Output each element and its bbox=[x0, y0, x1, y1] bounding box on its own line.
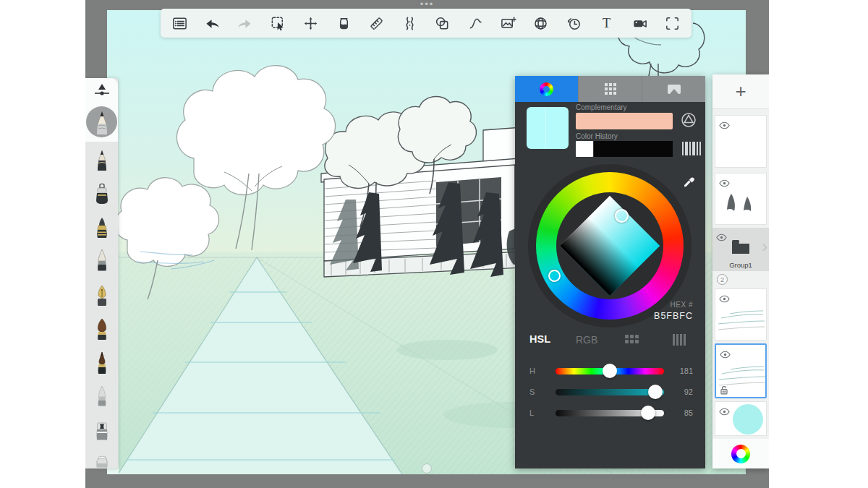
app-window: ••• bbox=[85, 0, 769, 488]
eyedropper-icon[interactable] bbox=[680, 176, 696, 192]
brush-tool-pointed-brush[interactable] bbox=[85, 347, 118, 379]
color-mode-row: HSL RGB bbox=[515, 330, 705, 352]
layer-lock-icon[interactable] bbox=[720, 385, 728, 394]
group-name-label: Group1 bbox=[712, 261, 769, 269]
import-image-icon[interactable] bbox=[500, 14, 517, 32]
group-expand-chevron[interactable]: › bbox=[762, 239, 767, 254]
mode-tab-rgb[interactable]: RGB bbox=[576, 334, 597, 346]
brush-tool-chisel-marker[interactable] bbox=[85, 414, 118, 446]
shapes-icon[interactable] bbox=[434, 14, 451, 32]
complementary-swatch[interactable] bbox=[576, 113, 673, 129]
tab-swatches[interactable] bbox=[579, 76, 642, 102]
ruler-icon[interactable] bbox=[368, 14, 386, 32]
copic-barcode-icon[interactable] bbox=[682, 142, 701, 155]
mode-slider-bars-icon[interactable] bbox=[673, 334, 686, 346]
canvas-rotate-puck[interactable] bbox=[422, 463, 432, 474]
fill-jar-icon[interactable] bbox=[335, 14, 352, 32]
mode-swatch-grid-icon[interactable] bbox=[625, 335, 639, 343]
slider-track-h[interactable] bbox=[556, 368, 664, 374]
brush-tool-round-brush-brown[interactable] bbox=[85, 313, 118, 345]
slider-handle-s[interactable] bbox=[648, 385, 663, 399]
marquee-select-icon[interactable] bbox=[269, 14, 286, 32]
color-wheel-icon bbox=[540, 82, 553, 96]
layers-panel: + 2›Group1 bbox=[712, 74, 769, 468]
slider-handle-l[interactable] bbox=[641, 406, 655, 420]
layer-group[interactable]: ›Group1 bbox=[712, 228, 769, 271]
layer-visibility-eye-icon[interactable] bbox=[719, 119, 730, 127]
layer-fill-color bbox=[733, 404, 763, 435]
brush-tool-soft-smudge-tip[interactable] bbox=[85, 380, 118, 412]
hex-value[interactable]: B5FBFC bbox=[654, 311, 693, 321]
history-swatch-white[interactable] bbox=[576, 141, 593, 157]
image-palette-icon bbox=[668, 85, 681, 94]
group-count-badge: 2 bbox=[717, 274, 728, 285]
brush-tool-airbrush-cone[interactable] bbox=[85, 244, 118, 276]
slider-track-s[interactable] bbox=[556, 389, 664, 395]
multitask-indicator-dots: ••• bbox=[85, 1, 769, 8]
slider-value-h: 181 bbox=[680, 367, 693, 375]
layer-visibility-eye-icon[interactable] bbox=[716, 231, 727, 239]
layer-color-fill[interactable] bbox=[715, 401, 767, 436]
folder-icon bbox=[731, 238, 751, 255]
slider-row-s: S92 bbox=[515, 385, 705, 401]
camera-icon[interactable] bbox=[631, 14, 648, 32]
timelapse-icon[interactable] bbox=[565, 14, 582, 32]
color-wheel[interactable] bbox=[528, 164, 692, 328]
color-panel-tabs bbox=[515, 76, 705, 102]
slider-row-l: L85 bbox=[515, 406, 705, 421]
undo-icon[interactable] bbox=[203, 14, 221, 32]
layer-sketch-active[interactable] bbox=[715, 343, 767, 398]
brush-tool-eraser-block[interactable] bbox=[85, 447, 118, 479]
slider-value-l: 85 bbox=[684, 408, 693, 417]
slider-row-h: H181 bbox=[515, 364, 705, 380]
transform-icon[interactable] bbox=[302, 14, 320, 32]
mode-tab-hsl[interactable]: HSL bbox=[529, 333, 550, 345]
sv-cursor[interactable] bbox=[615, 209, 629, 223]
hex-label: HEX # bbox=[671, 301, 693, 309]
redo-icon[interactable] bbox=[237, 14, 254, 32]
slider-handle-h[interactable] bbox=[603, 364, 617, 378]
brush-tool-gold-brush[interactable] bbox=[85, 212, 118, 244]
swatches-grid-icon bbox=[605, 83, 616, 95]
tab-color-wheel[interactable] bbox=[515, 76, 579, 102]
layer-sketch-upper[interactable] bbox=[715, 288, 767, 341]
perspective-icon[interactable] bbox=[532, 14, 550, 32]
layer-color-wheel-button[interactable] bbox=[712, 439, 769, 468]
slider-label-s: S bbox=[529, 388, 535, 396]
brush-tool-pencil-selected[interactable] bbox=[85, 107, 118, 139]
add-layer-button[interactable]: + bbox=[712, 74, 769, 109]
brush-tool-flat-brush[interactable] bbox=[85, 178, 118, 210]
color-history-label: Color History bbox=[576, 132, 618, 140]
stroke-curve-icon[interactable] bbox=[467, 14, 484, 32]
slider-value-s: 92 bbox=[684, 388, 693, 396]
hue-cursor[interactable] bbox=[548, 270, 561, 282]
layer-visibility-eye-icon[interactable] bbox=[719, 293, 730, 301]
tab-image-palette[interactable] bbox=[642, 76, 705, 102]
layer-visibility-eye-icon[interactable] bbox=[719, 406, 730, 414]
layer-blank[interactable] bbox=[715, 115, 767, 168]
slider-label-l: L bbox=[529, 408, 534, 417]
brush-tool-brush-size-slider[interactable] bbox=[85, 78, 118, 110]
text-icon[interactable]: T bbox=[598, 14, 616, 32]
menu-icon[interactable] bbox=[171, 14, 188, 32]
fullscreen-icon[interactable] bbox=[664, 14, 681, 32]
color-editor-panel: Complementary Color History bbox=[515, 76, 705, 468]
symmetry-icon[interactable] bbox=[401, 14, 418, 32]
layer-visibility-eye-icon[interactable] bbox=[720, 348, 731, 356]
color-wheel-icon bbox=[731, 445, 750, 463]
history-bar bbox=[594, 141, 673, 157]
slider-label-h: H bbox=[529, 367, 535, 375]
brush-tool-fountain-pen[interactable] bbox=[85, 281, 118, 312]
svg-text:T: T bbox=[603, 16, 610, 30]
layer-trees[interactable] bbox=[715, 173, 767, 225]
slider-track-l[interactable] bbox=[556, 410, 664, 416]
current-color-swatch[interactable] bbox=[527, 107, 569, 149]
brush-palette bbox=[85, 78, 118, 468]
page-background: ••• bbox=[0, 0, 868, 488]
layer-visibility-eye-icon[interactable] bbox=[719, 177, 730, 185]
brush-tool-pencil-small[interactable] bbox=[85, 145, 118, 176]
top-toolbar: T bbox=[161, 9, 692, 38]
complementary-label: Complementary bbox=[576, 103, 627, 111]
color-harmony-icon[interactable] bbox=[680, 111, 697, 129]
